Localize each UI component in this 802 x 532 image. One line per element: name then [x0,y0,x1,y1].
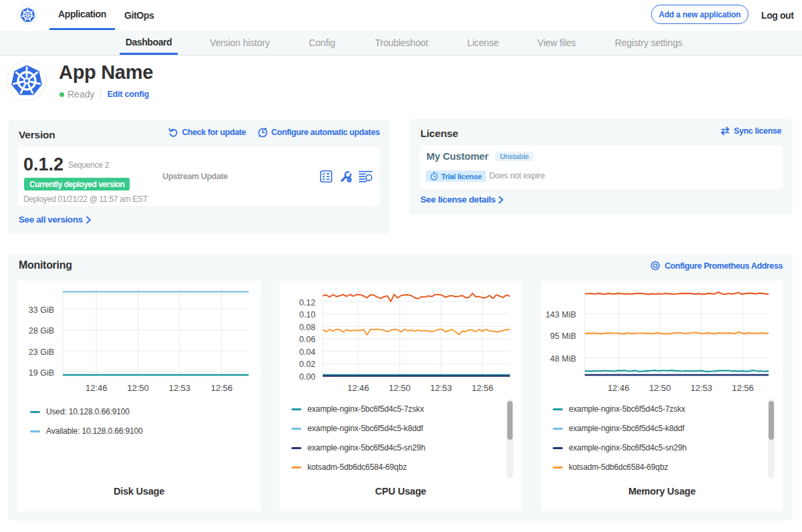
svg-text:0.12: 0.12 [299,298,315,307]
svg-text:12:50: 12:50 [649,383,671,393]
svg-text:0.08: 0.08 [299,323,315,332]
svg-text:12:50: 12:50 [389,383,411,393]
svg-text:12:46: 12:46 [348,383,370,393]
svg-text:12:56: 12:56 [472,383,494,393]
svg-text:12:56: 12:56 [211,383,233,393]
svg-text:12:50: 12:50 [127,383,149,393]
svg-text:12:56: 12:56 [732,383,754,393]
svg-text:0.04: 0.04 [299,348,315,357]
svg-text:0.06: 0.06 [299,335,315,344]
svg-text:23 GiB: 23 GiB [29,348,54,357]
svg-text:12:46: 12:46 [86,383,108,393]
svg-text:0.00: 0.00 [299,372,315,382]
svg-text:143 MiB: 143 MiB [545,310,576,319]
svg-text:12:53: 12:53 [169,383,191,393]
svg-text:12:53: 12:53 [690,383,712,393]
svg-text:33 GiB: 33 GiB [29,305,54,315]
svg-text:19 GiB: 19 GiB [29,368,54,378]
svg-text:28 GiB: 28 GiB [29,326,54,336]
svg-text:12:53: 12:53 [430,383,452,393]
svg-text:0.02: 0.02 [299,360,315,369]
svg-text:48 MiB: 48 MiB [550,354,576,364]
svg-text:95 MiB: 95 MiB [550,331,576,341]
svg-text:0.10: 0.10 [299,310,315,319]
svg-text:12:46: 12:46 [608,383,630,393]
